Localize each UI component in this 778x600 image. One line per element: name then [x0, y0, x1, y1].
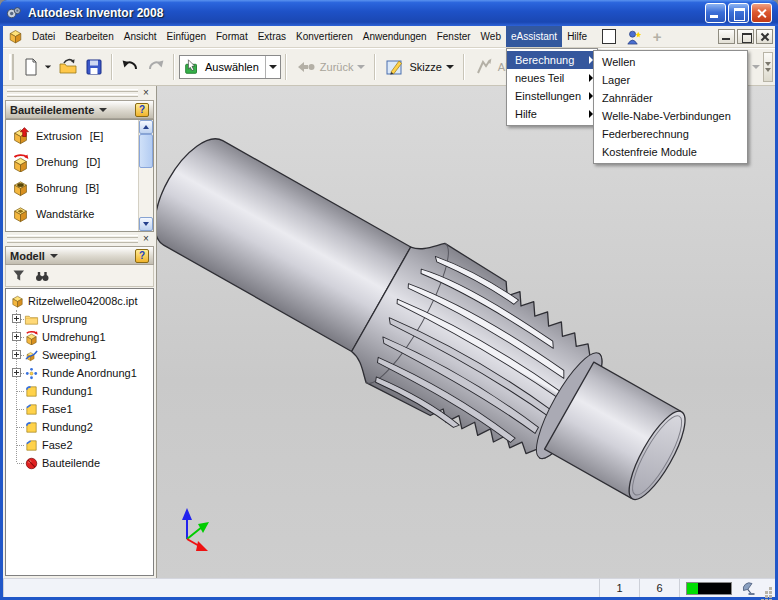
menu-item-label: neues Teil [515, 72, 564, 84]
feature-item-bohrung[interactable]: Bohrung [B] [11, 175, 138, 201]
find-binoculars-icon[interactable] [35, 269, 49, 282]
expand-icon[interactable] [12, 314, 21, 323]
redo-button-disabled [143, 54, 169, 80]
menu-eassistant[interactable]: eAssistant Berechnung Wellen Lager [506, 26, 562, 47]
menu-hilfe[interactable]: Hilfe [562, 26, 592, 47]
submenu-item-welle-nabe[interactable]: Welle-Nabe-Verbindungen [594, 107, 747, 125]
plane-dropdown-icon[interactable] [752, 65, 760, 69]
model-panel-help-icon[interactable] [135, 249, 149, 263]
features-scrollbar[interactable] [138, 120, 153, 231]
toolbar-overflow-button[interactable] [763, 52, 773, 82]
resize-grip[interactable] [759, 579, 775, 597]
select-tool-dropdown[interactable] [265, 56, 280, 78]
features-panel-help-icon[interactable] [135, 103, 149, 117]
feature-item-drehung[interactable]: Drehung [D] [11, 149, 138, 175]
menu-konvertieren[interactable]: Konvertieren [291, 26, 358, 47]
menu-extras[interactable]: Extras [253, 26, 291, 47]
expand-icon[interactable] [12, 368, 21, 377]
toolbar-separator [111, 54, 113, 80]
menu-anwendungen[interactable]: Anwendungen [358, 26, 432, 47]
tree-item-rundung1[interactable]: Rundung1 [9, 382, 153, 400]
tree-item-bauteilende[interactable]: Bauteilende [9, 454, 153, 472]
scroll-down-button[interactable] [139, 217, 153, 231]
sketch-button[interactable]: Skizze [380, 55, 458, 79]
new-document-icon [21, 57, 41, 77]
submenu-item-label: Federberechnung [602, 128, 689, 140]
menu-item-neues-teil[interactable]: neues Teil [507, 69, 597, 87]
undo-icon [120, 57, 140, 77]
menu-einfuegen[interactable]: Einfügen [162, 26, 211, 47]
app-window: Autodesk Inventor 2008 Datei Bearbeiten … [0, 0, 778, 600]
scroll-track[interactable] [139, 134, 153, 217]
submenu-arrow-icon [739, 76, 743, 84]
menu-item-berechnung[interactable]: Berechnung Wellen Lager Zahnräder [507, 51, 597, 69]
feature-label: Drehung [36, 156, 78, 168]
menu-datei[interactable]: Datei [27, 26, 60, 47]
model-panel-title: Modell [10, 250, 45, 262]
menu-item-hilfe[interactable]: Hilfe [507, 105, 597, 123]
scroll-up-button[interactable] [139, 120, 153, 134]
model-panel-gripstrip[interactable] [5, 233, 154, 245]
tree-item-fase1[interactable]: Fase1 [9, 400, 153, 418]
menu-eassistant-label: eAssistant [511, 31, 557, 42]
fillet-icon [24, 384, 39, 399]
menu-bearbeiten[interactable]: Bearbeiten [60, 26, 118, 47]
scroll-thumb[interactable] [139, 134, 153, 168]
tree-item-umdrehung1[interactable]: Umdrehung1 [9, 328, 153, 346]
submenu-item-kostenfreie-module[interactable]: Kostenfreie Module [594, 143, 747, 161]
save-button[interactable] [81, 54, 107, 80]
tree-item-rundung2[interactable]: Rundung2 [9, 418, 153, 436]
expand-icon[interactable] [12, 332, 21, 341]
open-button[interactable] [55, 54, 81, 80]
tree-item-sweeping1[interactable]: Sweeping1 [9, 346, 153, 364]
new-document-button[interactable] [18, 54, 44, 80]
tree-item-runde-anordnung1[interactable]: Runde Anordnung1 [9, 364, 153, 382]
toolbar-separator [374, 54, 376, 80]
model-panel-close-icon[interactable] [140, 233, 152, 245]
menu-format[interactable]: Format [211, 26, 253, 47]
toolbar-grip[interactable] [9, 54, 14, 80]
tree-label: Fase2 [42, 439, 73, 451]
save-floppy-icon [84, 57, 104, 77]
features-panel-gripstrip[interactable] [5, 87, 154, 99]
filter-icon[interactable] [12, 269, 25, 282]
help-button[interactable] [600, 28, 618, 45]
end-of-part-icon [24, 456, 39, 471]
mdi-close-button[interactable] [756, 29, 773, 44]
maximize-button[interactable] [728, 3, 749, 23]
features-panel-close-icon[interactable] [140, 87, 152, 99]
tree-label: Fase1 [42, 403, 73, 415]
feature-item-wandstaerke[interactable]: Wandstärke [11, 201, 138, 227]
minimize-button[interactable] [705, 3, 726, 23]
mdi-restore-button[interactable] [737, 29, 754, 44]
submenu-item-lager[interactable]: Lager [594, 71, 747, 89]
feature-item-extrusion[interactable]: Extrusion [E] [11, 123, 138, 149]
tree-label: Bauteilende [42, 457, 100, 469]
new-document-dropdown-icon[interactable] [45, 65, 51, 68]
submenu-item-zahnraeder[interactable]: Zahnräder [594, 89, 747, 107]
menu-fenster[interactable]: Fenster [432, 26, 476, 47]
menu-item-einstellungen[interactable]: Einstellungen [507, 87, 597, 105]
model-panel-header[interactable]: Modell [5, 246, 154, 265]
menu-web[interactable]: Web [476, 26, 506, 47]
sketch-dropdown-icon[interactable] [446, 65, 454, 69]
select-tool-combo[interactable]: Auswählen [179, 55, 281, 79]
features-panel-header[interactable]: Bauteilelemente [5, 100, 154, 119]
mdi-minimize-button[interactable] [718, 29, 735, 44]
circular-pattern-icon [24, 366, 39, 381]
close-button[interactable] [751, 3, 772, 23]
feature-label: Extrusion [36, 130, 82, 142]
submenu-item-federberechnung[interactable]: Federberechnung [594, 125, 747, 143]
tree-item-root[interactable]: Ritzelwelle042008c.ipt [9, 292, 153, 310]
menu-item-label: Hilfe [515, 108, 537, 120]
menu-ansicht[interactable]: Ansicht [119, 26, 162, 47]
submenu-arrow-icon [739, 94, 743, 102]
expand-icon[interactable] [12, 350, 21, 359]
title-bar[interactable]: Autodesk Inventor 2008 [0, 0, 778, 26]
undo-button[interactable] [117, 54, 143, 80]
toolbar-separator [463, 54, 465, 80]
tree-item-ursprung[interactable]: Ursprung [9, 310, 153, 328]
tree-item-fase2[interactable]: Fase2 [9, 436, 153, 454]
submenu-item-wellen[interactable]: Wellen [594, 53, 747, 71]
wizard-help-button[interactable] [624, 28, 642, 45]
